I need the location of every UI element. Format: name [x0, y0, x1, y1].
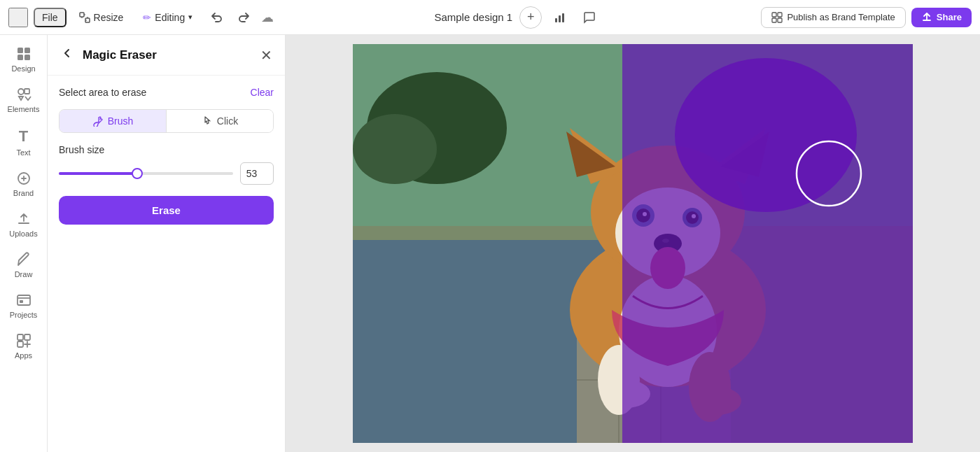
- text-icon: T: [19, 127, 28, 146]
- brush-size-row: [59, 162, 274, 185]
- sidebar-item-elements[interactable]: Elements: [3, 81, 45, 119]
- elements-label: Elements: [8, 105, 40, 113]
- svg-rect-17: [18, 295, 30, 305]
- sidebar-item-projects[interactable]: Projects: [3, 287, 45, 325]
- svg-rect-8: [778, 18, 782, 22]
- resize-button[interactable]: Resize: [72, 9, 131, 26]
- brush-size-slider[interactable]: [59, 172, 233, 175]
- panel-close-button[interactable]: ✕: [259, 45, 274, 65]
- apps-icon: [16, 333, 31, 348]
- back-arrow-icon: [60, 46, 74, 60]
- redo-icon: [238, 11, 251, 24]
- chat-icon: [583, 11, 596, 24]
- design-label: Design: [11, 64, 35, 73]
- brush-size-label: Brush size: [59, 144, 274, 155]
- panel-title: Magic Eraser: [83, 48, 252, 62]
- chart-icon: [554, 11, 566, 24]
- svg-rect-20: [24, 334, 30, 340]
- projects-icon: [16, 292, 31, 308]
- brand-label: Brand: [13, 189, 34, 197]
- svg-rect-9: [18, 48, 23, 53]
- brush-mode-button[interactable]: Brush: [59, 110, 167, 132]
- sidebar-item-uploads[interactable]: Uploads: [3, 206, 45, 243]
- svg-point-55: [675, 58, 857, 212]
- select-area-label: Select area to erase: [59, 87, 146, 98]
- apps-label: Apps: [15, 351, 32, 360]
- header-center: Sample design 1 +: [279, 6, 755, 29]
- text-label: Text: [16, 148, 30, 157]
- brush-tool-icon: [92, 115, 104, 127]
- canvas-area[interactable]: [286, 35, 980, 452]
- svg-rect-0: [80, 13, 84, 17]
- svg-point-13: [18, 89, 24, 94]
- draw-label: Draw: [15, 270, 33, 278]
- clear-button[interactable]: Clear: [251, 87, 274, 98]
- design-title: Sample design 1: [434, 11, 512, 23]
- svg-rect-3: [559, 15, 561, 22]
- draw-icon: [16, 252, 31, 267]
- share-label: Share: [937, 12, 962, 22]
- publish-label: Publish as Brand Template: [787, 12, 895, 22]
- slider-fill: [59, 172, 137, 175]
- file-menu-button[interactable]: File: [34, 8, 66, 27]
- share-button[interactable]: Share: [911, 8, 972, 27]
- svg-point-26: [353, 114, 437, 184]
- editing-label: Editing: [155, 12, 185, 23]
- panel-back-button[interactable]: [59, 45, 76, 65]
- publish-icon: [771, 12, 783, 23]
- uploads-icon: [16, 211, 31, 227]
- magic-eraser-panel: Magic Eraser ✕ Select area to erase Clea…: [48, 35, 286, 452]
- sidebar-item-apps[interactable]: Apps: [3, 327, 45, 365]
- left-sidebar: Design Elements T Text Brand: [0, 35, 48, 452]
- select-area-row: Select area to erase Clear: [59, 87, 274, 98]
- brush-size-input[interactable]: [240, 162, 274, 185]
- main-body: Design Elements T Text Brand: [0, 35, 980, 452]
- svg-rect-10: [24, 48, 30, 53]
- svg-rect-11: [18, 55, 23, 60]
- brand-icon: [16, 171, 31, 186]
- redo-button[interactable]: [233, 6, 255, 29]
- resize-icon: [79, 12, 90, 23]
- add-design-button[interactable]: +: [519, 6, 542, 29]
- header-actions: Publish as Brand Template Share: [761, 7, 972, 28]
- sidebar-item-text[interactable]: T Text: [3, 122, 45, 162]
- svg-rect-2: [555, 18, 557, 22]
- editing-button[interactable]: ✏ Editing ▾: [136, 9, 200, 26]
- undo-button[interactable]: [205, 6, 227, 29]
- erase-button[interactable]: Erase: [59, 196, 274, 225]
- pencil-icon: ✏: [143, 12, 151, 23]
- brush-label: Brush: [108, 115, 134, 127]
- publish-brand-template-button[interactable]: Publish as Brand Template: [761, 7, 905, 28]
- projects-label: Projects: [10, 311, 38, 319]
- undo-icon: [210, 11, 223, 24]
- svg-rect-12: [24, 55, 30, 60]
- chevron-down-icon: ▾: [188, 13, 192, 22]
- canvas-wrapper: [353, 44, 913, 443]
- sidebar-item-brand[interactable]: Brand: [3, 165, 45, 203]
- panel-header: Magic Eraser ✕: [48, 35, 285, 76]
- sidebar-item-design[interactable]: Design: [3, 41, 45, 78]
- svg-rect-16: [18, 223, 29, 224]
- click-tool-icon: [202, 115, 213, 127]
- sidebar-item-draw[interactable]: Draw: [3, 246, 45, 284]
- click-label: Click: [217, 115, 238, 127]
- cloud-save-icon: ☁: [261, 10, 274, 25]
- click-mode-button[interactable]: Click: [167, 110, 273, 132]
- hamburger-menu-button[interactable]: [8, 8, 28, 27]
- svg-rect-14: [24, 89, 29, 94]
- erase-mode-toggle: Brush Click: [59, 109, 274, 133]
- header-left: File Resize ✏ Editing ▾ ☁: [8, 6, 274, 29]
- slider-thumb[interactable]: [132, 168, 143, 179]
- canvas-svg: [353, 44, 913, 443]
- comments-button[interactable]: [578, 6, 601, 29]
- design-icon: [16, 46, 31, 62]
- svg-rect-18: [20, 300, 23, 303]
- svg-rect-5: [772, 13, 776, 17]
- resize-label: Resize: [94, 12, 124, 23]
- header: File Resize ✏ Editing ▾ ☁ Sample d: [0, 0, 980, 35]
- svg-rect-7: [772, 18, 776, 22]
- analytics-button[interactable]: [549, 6, 571, 29]
- uploads-label: Uploads: [9, 229, 37, 238]
- svg-rect-6: [778, 13, 782, 17]
- brush-size-section: Brush size: [59, 144, 274, 185]
